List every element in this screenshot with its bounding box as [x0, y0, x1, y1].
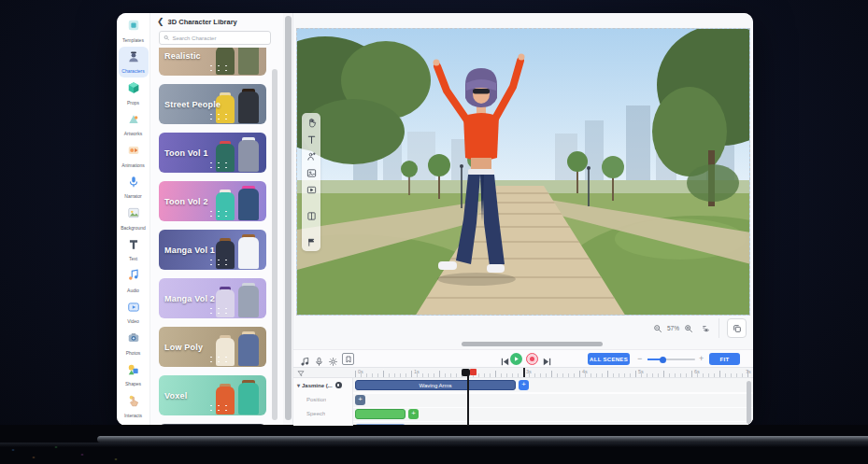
track-speech[interactable]: Speech — [293, 407, 352, 421]
skip-end-icon[interactable] — [542, 354, 552, 364]
sidebar-label: Interacts — [124, 413, 142, 418]
timeline-zoom-in[interactable]: + — [699, 354, 704, 363]
track-options-icon[interactable] — [335, 382, 342, 388]
canvas-scene[interactable] — [296, 28, 750, 316]
skip-start-icon[interactable] — [500, 354, 510, 364]
canvas-area: 57% ALL SCENES − + FIT — [292, 13, 753, 426]
playhead-flag — [470, 369, 477, 375]
plus-decoration — [207, 306, 230, 316]
play-button[interactable] — [510, 353, 522, 365]
sidebar-label: Audio — [127, 288, 139, 293]
timeline-zoom-out[interactable]: − — [637, 354, 642, 363]
sidebar-item-templates[interactable]: Templates — [119, 15, 149, 47]
sidebar-item-props[interactable]: Props — [119, 77, 149, 109]
sidebar-item-audio[interactable]: Audio — [119, 265, 149, 297]
video-tool-icon[interactable] — [305, 185, 318, 195]
add-speech-button[interactable]: + — [408, 409, 419, 419]
window-scrollbar-thumb[interactable] — [285, 16, 292, 420]
text-tool-icon[interactable] — [305, 134, 318, 145]
character-library-panel: ❮ 3D Character Library Realistic Street … — [150, 13, 283, 426]
zoom-in-icon[interactable] — [684, 324, 693, 333]
record-button[interactable] — [526, 353, 538, 365]
sidebar-item-video[interactable]: Video — [119, 297, 149, 329]
ruler-label: 5s — [638, 369, 644, 374]
shapes-icon — [127, 363, 140, 380]
hide-ui-icon[interactable] — [702, 324, 711, 333]
sidebar-item-narrator[interactable]: Narrator — [119, 172, 149, 204]
flag-tool-icon[interactable] — [305, 237, 318, 247]
effects-icon[interactable] — [328, 354, 338, 364]
sidebar-item-characters[interactable]: Characters — [119, 47, 149, 78]
filter-icon[interactable] — [297, 370, 305, 377]
card-toon-vol-1[interactable]: Toon Vol 1 — [159, 133, 266, 173]
laptop-bezel — [0, 425, 868, 464]
add-animation-button[interactable]: + — [519, 380, 529, 390]
search-input[interactable] — [172, 35, 266, 41]
timeline-zoom-slider[interactable] — [647, 359, 695, 360]
character-tool-icon[interactable] — [305, 151, 318, 162]
plus-decoration — [207, 63, 230, 73]
chevron-down-icon[interactable]: ▾ — [297, 382, 300, 388]
plus-decoration — [207, 403, 230, 413]
card-manga-vol-2[interactable]: Manga Vol 2 — [159, 278, 266, 318]
sidebar-label: Templates — [122, 37, 144, 43]
back-icon[interactable]: ❮ — [157, 17, 164, 26]
search-box[interactable] — [159, 31, 271, 45]
add-position-button[interactable]: + — [355, 395, 365, 405]
playhead-line — [467, 370, 469, 426]
templates-icon — [127, 19, 140, 35]
sidebar-label: Shapes — [125, 381, 141, 387]
card-title: Manga Vol 2 — [164, 294, 215, 303]
card-realistic[interactable]: Realistic — [159, 48, 266, 76]
sidebar-item-shapes[interactable]: Shapes — [119, 359, 149, 391]
sidebar-item-text[interactable]: Text — [119, 234, 149, 266]
fit-button[interactable]: FIT — [709, 353, 740, 365]
screen-artifacts — [2, 440, 161, 462]
playhead-handle[interactable] — [462, 369, 470, 376]
panel-header: ❮ 3D Character Library — [150, 13, 283, 30]
panel-scrollbar[interactable] — [272, 69, 277, 420]
card-toon-vol-2[interactable]: Toon Vol 2 — [159, 181, 266, 221]
zoom-out-icon[interactable] — [653, 324, 662, 333]
card-low-poly[interactable]: Low Poly — [159, 327, 266, 367]
canvas-horizontal-scrollbar[interactable] — [462, 342, 603, 346]
sidebar-item-photos[interactable]: Photos — [119, 328, 149, 359]
card-manga-vol-1[interactable]: Manga Vol 1 — [159, 230, 266, 270]
bookmark-icon[interactable] — [342, 353, 354, 365]
search-icon — [164, 35, 169, 41]
sidebar-label: Text — [129, 256, 137, 261]
card-title: Realistic — [164, 51, 201, 61]
track-camera[interactable]: ◫ Camera — [293, 421, 352, 426]
photos-icon — [127, 331, 140, 348]
clip-speech[interactable] — [355, 409, 406, 419]
timeline-rows: Waving Arms + + + Camera 1 — [293, 378, 753, 426]
text-icon — [127, 238, 140, 255]
sidebar-label: Artworks — [124, 131, 142, 136]
clip-waving-arms[interactable]: Waving Arms — [355, 380, 516, 390]
timeline-track-labels: ▾ Jasmine (... Position Speech ◫ Camera — [293, 378, 353, 426]
timeline-scrollbar[interactable] — [747, 381, 751, 424]
narrator-icon — [127, 176, 140, 192]
sidebar-item-background[interactable]: Background — [119, 203, 149, 234]
image-tool-icon[interactable] — [305, 168, 318, 178]
storyboard-tool-icon[interactable] — [305, 211, 318, 221]
card-street-people[interactable]: Street People — [159, 84, 266, 124]
duplicate-scene-button[interactable] — [727, 318, 747, 338]
sidebar-item-artworks[interactable]: Artworks — [119, 109, 149, 141]
park-scene — [297, 29, 750, 316]
all-scenes-button[interactable]: ALL SCENES — [588, 353, 630, 365]
laptop-base-edge — [97, 436, 868, 443]
music-icon[interactable] — [300, 354, 310, 364]
hand-tool-icon[interactable] — [305, 118, 318, 128]
ruler-label: 4s — [582, 369, 588, 374]
track-position[interactable]: Position — [293, 392, 352, 406]
card-voxel[interactable]: Voxel — [159, 375, 266, 415]
track-jasmine[interactable]: ▾ Jasmine (... — [293, 378, 352, 392]
sidebar-item-animations[interactable]: Animations — [119, 140, 149, 172]
sidebar-item-interacts[interactable]: Interacts — [119, 390, 149, 422]
panel-title: 3D Character Library — [168, 18, 237, 26]
timeline-marker[interactable] — [523, 368, 525, 377]
mic-icon[interactable] — [314, 354, 324, 364]
slider-handle[interactable] — [660, 357, 666, 363]
playback-bar: ALL SCENES − + FIT — [293, 349, 753, 367]
